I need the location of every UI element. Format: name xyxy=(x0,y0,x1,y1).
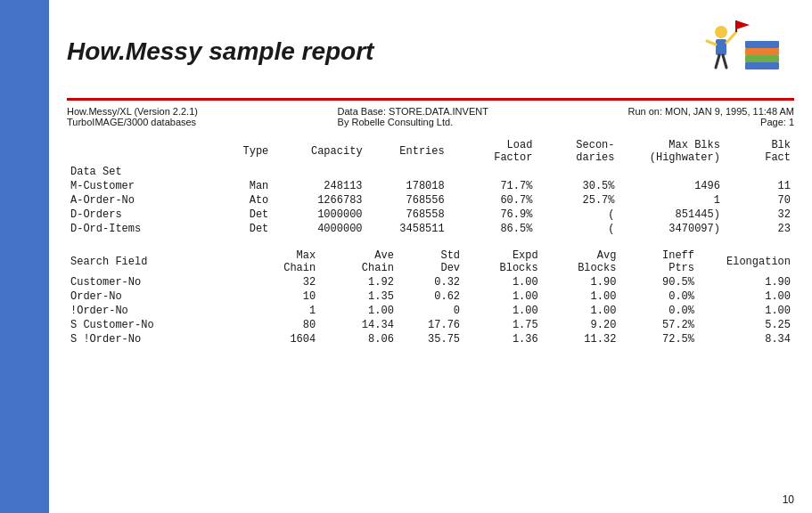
t2h-maxchain: MaxChain xyxy=(242,248,320,275)
t1r2-blk: 11 xyxy=(724,179,794,193)
table-row: Order-No 10 1.35 0.62 1.00 1.00 0.0% 1.0… xyxy=(67,289,794,304)
t2r3-ineff: 0.0% xyxy=(619,304,698,318)
report-info-left: How.Messy/XL (Version 2.2.1) TurboIMAGE/… xyxy=(67,106,198,127)
t1h-maxblks: Max Blks(Highwater) xyxy=(619,138,724,165)
t1r3-sec: 25.7% xyxy=(536,193,618,208)
t2r5-elong: 8.34 xyxy=(698,332,794,346)
t2r5-avechain: 8.06 xyxy=(319,332,398,346)
app-line2: TurboIMAGE/3000 databases xyxy=(67,117,198,127)
logo-icon xyxy=(687,16,794,87)
app-line1: How.Messy/XL (Version 2.2.1) xyxy=(67,106,198,117)
t1r4-load: 76.9% xyxy=(448,208,537,222)
t2r2-avg: 1.00 xyxy=(542,289,620,304)
db-line1: Data Base: STORE.DATA.INVENT xyxy=(338,106,488,117)
t1h-type: Type xyxy=(208,138,272,165)
t2r4-avg: 9.20 xyxy=(542,318,620,332)
title-section: How.Messy sample report xyxy=(49,0,812,98)
t1r2-name: M-Customer xyxy=(67,179,208,193)
t2r3-elong: 1.00 xyxy=(698,304,794,318)
run-line1: Run on: MON, JAN 9, 1995, 11:48 AM xyxy=(628,106,794,117)
t1h-blkfact: BlkFact xyxy=(724,138,794,165)
report-info-bar: How.Messy/XL (Version 2.2.1) TurboIMAGE/… xyxy=(49,101,812,131)
t1r5-blk: 23 xyxy=(724,222,794,236)
t1r5-type: Det xyxy=(208,222,272,236)
t2r2-expd: 1.00 xyxy=(463,289,542,304)
t2r4-ineff: 57.2% xyxy=(619,318,698,332)
svg-line-7 xyxy=(726,32,736,43)
svg-rect-2 xyxy=(745,48,779,55)
t1r3-name: A-Order-No xyxy=(67,193,208,208)
t1r3-maxblks: 1 xyxy=(619,193,724,208)
t1h-entries: Entries xyxy=(366,138,448,165)
table1-header-row: Type Capacity Entries LoadFactor Secon-d… xyxy=(67,138,794,165)
page-title: How.Messy sample report xyxy=(67,37,373,66)
db-line2: By Robelle Consulting Ltd. xyxy=(338,117,488,127)
t1h-secondaries: Secon-daries xyxy=(536,138,618,165)
t1r5-entries: 3458511 xyxy=(366,222,448,236)
t1r3-entries: 768556 xyxy=(366,193,448,208)
t1r4-cap: 1000000 xyxy=(272,208,365,222)
t2r5-field: S !Order-No xyxy=(67,332,242,346)
t1r4-maxblks: 851445) xyxy=(619,208,724,222)
t2h-expdblocks: ExpdBlocks xyxy=(463,248,542,275)
t1r4-sec: ( xyxy=(536,208,618,222)
t1h-capacity: Capacity xyxy=(272,138,365,165)
table-row: S !Order-No 1604 8.06 35.75 1.36 11.32 7… xyxy=(67,332,794,346)
t2r5-maxchain: 1604 xyxy=(242,332,320,346)
table-row: S Customer-No 80 14.34 17.76 1.75 9.20 5… xyxy=(67,318,794,332)
t2r2-ineff: 0.0% xyxy=(619,289,698,304)
t2r2-maxchain: 10 xyxy=(242,289,320,304)
t1r5-load: 86.5% xyxy=(448,222,537,236)
table-row: D-Ord-Items Det 4000000 3458511 86.5% ( … xyxy=(67,222,794,236)
run-line2: Page: 1 xyxy=(628,117,794,127)
main-content-area: How.Messy sample report xyxy=(49,0,812,513)
t2h-elongation: Elongation xyxy=(698,248,794,275)
t2h-avechain: AveChain xyxy=(319,248,398,275)
t2r4-expd: 1.75 xyxy=(463,318,542,332)
t1r4-blk: 32 xyxy=(724,208,794,222)
t1r1-name: Data Set xyxy=(67,165,208,179)
t1r3-type: Ato xyxy=(208,193,272,208)
t2r5-avg: 11.32 xyxy=(542,332,620,346)
t1r4-entries: 768558 xyxy=(366,208,448,222)
t2r1-ineff: 90.5% xyxy=(619,275,698,289)
data-section: Type Capacity Entries LoadFactor Secon-d… xyxy=(49,131,812,346)
svg-rect-1 xyxy=(745,55,779,62)
t1r2-sec: 30.5% xyxy=(536,179,618,193)
table-row: Data Set xyxy=(67,165,794,179)
t2r4-stddev: 17.76 xyxy=(398,318,463,332)
t2r3-stddev: 0 xyxy=(398,304,463,318)
page-number: 10 xyxy=(783,493,794,506)
t1r2-load: 71.7% xyxy=(448,179,537,193)
table-row: D-Orders Det 1000000 768558 76.9% ( 8514… xyxy=(67,208,794,222)
t2h-field: Search Field xyxy=(67,248,242,275)
t1r3-blk: 70 xyxy=(724,193,794,208)
t1h-load: LoadFactor xyxy=(448,138,537,165)
svg-marker-9 xyxy=(736,20,750,29)
table2-header-row: Search Field MaxChain AveChain StdDev Ex… xyxy=(67,248,794,275)
t2h-ineff: IneffPtrs xyxy=(619,248,698,275)
t1r2-maxblks: 1496 xyxy=(619,179,724,193)
svg-line-10 xyxy=(716,55,719,68)
t2r3-avechain: 1.00 xyxy=(319,304,398,318)
t1r3-cap: 1266783 xyxy=(272,193,365,208)
t2r1-avechain: 1.92 xyxy=(319,275,398,289)
t2r5-ineff: 72.5% xyxy=(619,332,698,346)
t2r1-elong: 1.90 xyxy=(698,275,794,289)
table-row: !Order-No 1 1.00 0 1.00 1.00 0.0% 1.00 xyxy=(67,304,794,318)
t1r5-maxblks: 3470097) xyxy=(619,222,724,236)
t2r4-field: S Customer-No xyxy=(67,318,242,332)
t2r1-expd: 1.00 xyxy=(463,275,542,289)
svg-rect-5 xyxy=(716,39,726,55)
t1r5-sec: ( xyxy=(536,222,618,236)
t2r1-maxchain: 32 xyxy=(242,275,320,289)
t2r2-stddev: 0.62 xyxy=(398,289,463,304)
t1r5-name: D-Ord-Items xyxy=(67,222,208,236)
svg-line-11 xyxy=(723,55,726,68)
t2r4-maxchain: 80 xyxy=(242,318,320,332)
t2r1-stddev: 0.32 xyxy=(398,275,463,289)
t1r4-type: Det xyxy=(208,208,272,222)
svg-rect-3 xyxy=(745,41,779,48)
logo-area xyxy=(687,16,794,87)
table-row: Customer-No 32 1.92 0.32 1.00 1.90 90.5%… xyxy=(67,275,794,289)
